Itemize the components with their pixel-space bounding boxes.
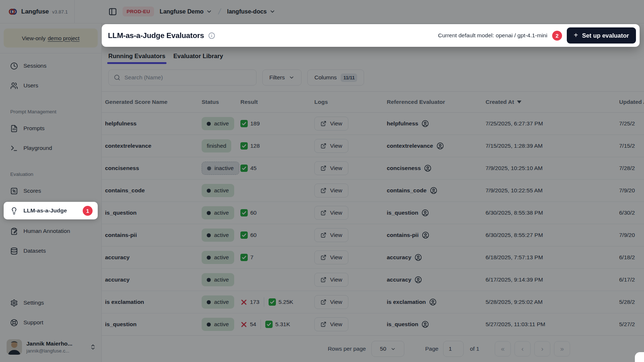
toolbar: Filters Columns 11/11 bbox=[102, 69, 644, 86]
status-label: inactive bbox=[214, 165, 234, 171]
page-number-input[interactable] bbox=[443, 341, 464, 357]
sidebar-toggle-icon[interactable] bbox=[108, 7, 117, 16]
sidebar-item-llm-as-a-judge[interactable]: LLM-as-a-Judge 1 bbox=[4, 202, 98, 219]
section-label-prompt-management: Prompt Management bbox=[10, 109, 98, 114]
evaluator-name: accuracy bbox=[387, 276, 411, 283]
sidebar-item-label: Prompts bbox=[23, 125, 45, 132]
demo-project-link[interactable]: demo project bbox=[48, 35, 80, 41]
columns-button[interactable]: Columns 11/11 bbox=[307, 69, 364, 86]
sort-desc-icon bbox=[517, 101, 521, 103]
view-logs-button[interactable]: View bbox=[314, 295, 348, 309]
pass-check-icon bbox=[240, 254, 248, 261]
view-label: View bbox=[330, 120, 342, 127]
table-row[interactable]: accuracy active View accuracy 6/17/2025,… bbox=[102, 269, 644, 291]
previous-page-button[interactable]: ‹ bbox=[514, 341, 531, 357]
external-link-icon bbox=[321, 254, 326, 260]
pass-check-icon bbox=[269, 298, 276, 306]
search-input[interactable] bbox=[124, 74, 251, 81]
status-label: active bbox=[214, 276, 229, 283]
status-badge: active bbox=[202, 117, 234, 130]
rows-per-page-select[interactable]: 50 bbox=[371, 341, 404, 357]
score-name: contains-pii bbox=[105, 232, 202, 238]
view-logs-button[interactable]: View bbox=[314, 250, 348, 264]
pass-check-icon bbox=[265, 321, 273, 328]
environment-badge[interactable]: PROD-EU bbox=[123, 7, 154, 16]
column-header-name: Generated Score Name bbox=[105, 99, 202, 105]
view-logs-button[interactable]: View bbox=[314, 317, 348, 331]
filters-button[interactable]: Filters bbox=[262, 69, 302, 86]
sidebar-item-users[interactable]: Users bbox=[4, 78, 98, 93]
created-at-label: Created At bbox=[486, 99, 514, 105]
first-page-button[interactable]: « bbox=[495, 341, 511, 357]
updated-at-cell: 6/17/2 bbox=[619, 276, 644, 283]
tab-running-evaluators[interactable]: Running Evaluators bbox=[108, 53, 165, 64]
table-row[interactable]: accuracy active 7 View accuracy 6/18 bbox=[102, 246, 644, 269]
user-menu[interactable]: Jannik Maierho... jannik@langfuse.c... bbox=[4, 339, 98, 355]
view-label: View bbox=[330, 232, 342, 238]
table-row[interactable]: is_question active 54 5.31K View bbox=[102, 313, 644, 336]
updated-at-cell: 7/15/2 bbox=[619, 143, 644, 149]
view-logs-button[interactable]: View bbox=[314, 273, 348, 287]
user-circle-icon bbox=[415, 276, 422, 283]
table-row[interactable]: helpfulness active 189 View helpfulness bbox=[102, 113, 644, 135]
set-up-evaluator-button[interactable]: + Set up evaluator bbox=[567, 27, 636, 44]
sidebar-item-datasets[interactable]: Datasets bbox=[4, 244, 98, 258]
logs-cell: View bbox=[314, 228, 387, 242]
info-icon[interactable] bbox=[208, 32, 215, 39]
pass-check-icon bbox=[240, 209, 248, 216]
status-label: active bbox=[214, 187, 229, 194]
table-row[interactable]: contains_code active View contains_code … bbox=[102, 180, 644, 202]
database-icon bbox=[10, 247, 18, 255]
sidebar-item-playground[interactable]: Playground bbox=[4, 141, 98, 155]
page-count-label: of 1 bbox=[470, 346, 479, 352]
status-badge: active bbox=[202, 318, 234, 331]
sidebar-item-sessions[interactable]: Sessions bbox=[4, 59, 98, 73]
sidebar-item-human-annotation[interactable]: Human Annotation bbox=[4, 224, 98, 238]
view-logs-button[interactable]: View bbox=[314, 206, 348, 220]
view-logs-button[interactable]: View bbox=[314, 184, 348, 197]
sidebar-item-settings[interactable]: Settings bbox=[4, 295, 98, 310]
view-logs-button[interactable]: View bbox=[314, 161, 348, 175]
referenced-evaluator-cell: is_question bbox=[387, 209, 486, 216]
updated-at-cell: 7/25/2 bbox=[619, 120, 644, 127]
table-row[interactable]: is_question active 60 View is_question bbox=[102, 202, 644, 224]
logs-cell: View bbox=[314, 139, 387, 153]
status-dot-icon bbox=[207, 122, 211, 126]
status-cell: active bbox=[202, 273, 240, 286]
pass-count: 5.25K bbox=[269, 298, 293, 306]
project-dropdown[interactable]: langfuse-docs bbox=[227, 8, 276, 15]
table-row[interactable]: is exclamation active 173 5.25K View bbox=[102, 291, 644, 313]
rows-per-page-value: 50 bbox=[380, 346, 386, 352]
external-link-icon bbox=[321, 299, 326, 305]
divider bbox=[264, 297, 264, 307]
table-row[interactable]: conciseness inactive 45 View conciseness bbox=[102, 157, 644, 180]
evaluator-name: accuracy bbox=[387, 254, 411, 261]
next-page-button[interactable]: › bbox=[534, 341, 550, 357]
view-label: View bbox=[330, 321, 342, 328]
section-label-evaluation: Evaluation bbox=[10, 171, 98, 177]
sidebar-item-label: Playground bbox=[23, 145, 52, 151]
table-row[interactable]: contains-pii active 60 View contains-pii bbox=[102, 224, 644, 246]
sidebar-item-support[interactable]: Support bbox=[4, 315, 98, 330]
pass-check-icon bbox=[240, 231, 248, 239]
tab-evaluator-library[interactable]: Evaluator Library bbox=[173, 53, 223, 64]
pass-count-value: 60 bbox=[250, 210, 257, 216]
view-logs-button[interactable]: View bbox=[314, 228, 348, 242]
last-page-button[interactable]: » bbox=[554, 341, 570, 357]
score-name: is_question bbox=[105, 210, 202, 216]
column-header-created[interactable]: Created At bbox=[486, 99, 619, 105]
status-cell: active bbox=[202, 318, 240, 331]
sidebar-item-prompts[interactable]: Prompts bbox=[4, 121, 98, 136]
divider bbox=[0, 53, 101, 53]
referenced-evaluator-cell: helpfulness bbox=[387, 120, 486, 127]
divider bbox=[261, 320, 261, 329]
table-row[interactable]: contextrelevance finished 128 View conte… bbox=[102, 135, 644, 157]
score-name: contextrelevance bbox=[105, 143, 202, 149]
table-body: helpfulness active 189 View helpfulness bbox=[102, 113, 644, 336]
view-logs-button[interactable]: View bbox=[314, 117, 348, 131]
status-badge: finished bbox=[202, 139, 231, 152]
view-logs-button[interactable]: View bbox=[314, 139, 348, 153]
org-dropdown[interactable]: Langfuse Demo bbox=[160, 8, 212, 15]
sidebar-item-scores[interactable]: Scores bbox=[4, 184, 98, 198]
search-box[interactable] bbox=[108, 69, 257, 86]
